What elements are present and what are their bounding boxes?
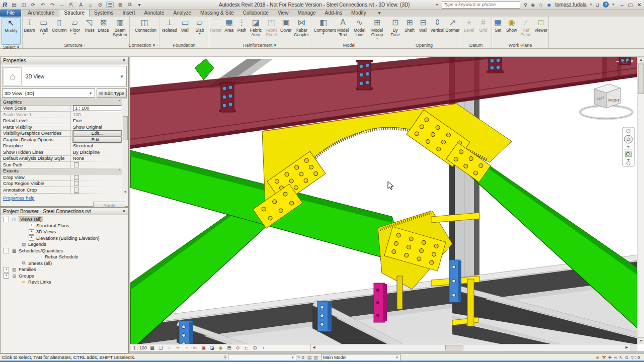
path-button[interactable]: ⋮Path xyxy=(235,17,248,33)
property-row[interactable]: Parts VisibilityShow Original xyxy=(1,124,128,131)
view-close-button[interactable]: ✕ xyxy=(630,59,634,64)
section-row[interactable]: Extents⌃ xyxy=(1,168,128,175)
tab-collaborate[interactable]: Collaborate xyxy=(238,10,273,17)
open-icon[interactable]: ▤ xyxy=(11,2,17,8)
design-options-combo[interactable]: ▼ xyxy=(228,354,296,361)
filter-icon[interactable]: ▽ xyxy=(631,355,634,360)
section-icon[interactable]: ⊘ xyxy=(97,2,103,8)
measure-icon[interactable]: ⇔ xyxy=(58,2,65,8)
panel-label-structure[interactable]: Structure⌙ xyxy=(23,42,129,48)
type-selector[interactable]: ⌂ 3D View ▼ xyxy=(2,66,127,87)
model-line-button[interactable]: ∿Model Line xyxy=(352,17,368,37)
floor-button[interactable]: ▱Floor▾ xyxy=(68,17,82,35)
tree-item-groups[interactable]: +⊞Groups xyxy=(1,273,128,280)
redo-icon[interactable]: ↷ xyxy=(49,2,55,8)
property-row[interactable]: Show Hidden LinesBy Discipline xyxy=(1,149,128,156)
view-scale-input[interactable]: 1 : 100 xyxy=(73,106,121,112)
doc-icon[interactable]: ▥ xyxy=(313,355,318,360)
property-row[interactable]: Crop View xyxy=(1,174,128,181)
section-row[interactable]: Graphics⌃ xyxy=(1,99,128,106)
tab-modify[interactable]: Modify xyxy=(347,10,370,17)
search-input[interactable]: Type a keyword or phrase xyxy=(442,1,520,9)
girder-bolt-plate[interactable] xyxy=(487,57,504,73)
instance-selector[interactable]: 3D View: {3D}▼ xyxy=(2,88,95,98)
exchange-apps-icon[interactable]: ⊔ xyxy=(595,2,599,8)
wall-opening-button[interactable]: ⊟Wall xyxy=(417,17,429,33)
column-bolt-plate[interactable] xyxy=(449,260,461,302)
beam-button[interactable]: ⌶Beam xyxy=(23,17,36,33)
ribbon-options-icon[interactable]: ▾ xyxy=(373,10,385,17)
detail-level-icon[interactable]: ▩ xyxy=(149,345,155,350)
navigation-bar[interactable] xyxy=(622,127,634,166)
property-row[interactable]: Detail LevelFine xyxy=(1,118,128,125)
background-processes-icon[interactable]: ✿ xyxy=(625,355,629,360)
panel-label-select[interactable]: Select▾ xyxy=(0,45,22,50)
set-work-plane-button[interactable]: ▦Set xyxy=(492,17,504,33)
tree-item-legends[interactable]: ▤Legends xyxy=(1,241,128,248)
temporary-hide-isolate-icon[interactable]: ◪ xyxy=(209,345,215,350)
property-row[interactable]: Graphic Display OptionsEdit... xyxy=(1,137,128,143)
panel-label-reinforcement[interactable]: Reinforcement▾ xyxy=(209,42,310,48)
sun-path-checkbox[interactable] xyxy=(74,162,79,167)
crop-region-icon[interactable]: ▣ xyxy=(200,345,207,350)
properties-header[interactable]: Properties ✕ xyxy=(1,57,128,64)
by-face-button[interactable]: ⊡By Face xyxy=(388,17,402,37)
worksharing-display-icon[interactable]: ⊞ xyxy=(252,345,258,350)
view-minimize-button[interactable]: – xyxy=(616,59,619,64)
sun-path-off-icon[interactable]: ☼ xyxy=(166,345,173,350)
tree-item-revit-links[interactable]: ∞Revit Links xyxy=(1,279,128,286)
close-hidden-windows-icon[interactable]: ⊠ xyxy=(117,2,123,8)
favorites-icon[interactable]: ☆ xyxy=(538,2,543,8)
viewcube-front-label[interactable]: FRONT xyxy=(608,99,619,102)
active-workset-combo[interactable]: Main Model▼ xyxy=(321,354,400,361)
tree-item-elevations[interactable]: +Elevations (Building Elevation) xyxy=(1,235,128,242)
beam-system-button[interactable]: ▥Beam System xyxy=(111,17,129,37)
model-text-button[interactable]: AModel Text xyxy=(335,17,351,37)
tab-architecture[interactable]: Architecture xyxy=(23,10,59,17)
wall-foundation-button[interactable]: ▭Wall xyxy=(178,17,192,33)
property-row[interactable]: Crop Region Visible xyxy=(1,181,128,188)
property-row[interactable]: Annotation Crop xyxy=(1,187,128,194)
app-close-button[interactable]: ✕ xyxy=(637,2,641,8)
close-icon[interactable]: ✕ xyxy=(122,209,126,214)
modify-button[interactable]: ↖ Modify xyxy=(2,17,21,45)
visual-style-icon[interactable]: ❏ xyxy=(157,345,164,350)
fabric-area-button[interactable]: ◪Fabric Area xyxy=(249,17,264,37)
view-scale-label[interactable]: 1 : 100 xyxy=(133,345,147,350)
panel-label-model[interactable]: Model xyxy=(310,42,388,48)
column-button[interactable]: ▯Column xyxy=(51,17,67,33)
model-group-button[interactable]: ⊞Model Group▾ xyxy=(368,17,386,40)
crop-view-icon[interactable]: ✄ xyxy=(192,345,198,350)
switch-windows-icon[interactable]: ⧉ xyxy=(126,2,133,8)
tab-add-ins[interactable]: Add-Ins xyxy=(320,10,347,17)
property-row[interactable]: Far Clip Active xyxy=(1,194,128,195)
pin-icon[interactable]: ✚ xyxy=(608,355,612,360)
tree-item-3d-views[interactable]: +3D Views xyxy=(1,229,128,235)
tab-insert[interactable]: Insert xyxy=(118,10,139,17)
save-icon[interactable]: ◫ xyxy=(20,2,27,8)
search-expand-icon[interactable]: ▸ xyxy=(436,3,438,7)
connection-button[interactable]: ◫Connection xyxy=(131,17,157,33)
far-clip-active-checkbox[interactable] xyxy=(74,194,79,195)
search-icon[interactable]: ⚲ xyxy=(524,2,527,8)
floor-bolt-plate[interactable] xyxy=(317,301,332,331)
show-work-plane-button[interactable]: ◉Show xyxy=(505,17,519,33)
help-icon[interactable]: ? xyxy=(603,2,609,8)
tab-manage[interactable]: Manage xyxy=(293,10,320,17)
tab-structure[interactable]: Structure xyxy=(59,9,90,17)
reveal-constraints-icon[interactable]: ⊏ xyxy=(243,345,250,350)
worksets-icon[interactable]: ☻ xyxy=(595,355,600,360)
doc-icon[interactable]: ▤ xyxy=(307,355,312,360)
property-row[interactable]: Sun Path xyxy=(1,162,128,168)
tab-file[interactable]: File xyxy=(0,10,21,17)
property-row[interactable]: DisciplineStructural xyxy=(1,143,128,150)
tree-item-views[interactable]: −◫Views (all) xyxy=(1,216,128,223)
isolated-button[interactable]: ⊥Isolated xyxy=(162,17,178,33)
truss-button[interactable]: ◹Truss xyxy=(83,17,96,33)
username[interactable]: tomasz.fudala xyxy=(555,2,586,8)
links-icon[interactable]: ∞ xyxy=(614,355,617,360)
revit-logo[interactable]: R xyxy=(3,1,7,9)
user-menu-icon[interactable]: ▾ xyxy=(590,3,592,7)
cover-button[interactable]: ▣Cover xyxy=(279,17,292,33)
help-menu-icon[interactable]: ▾ xyxy=(612,3,614,7)
